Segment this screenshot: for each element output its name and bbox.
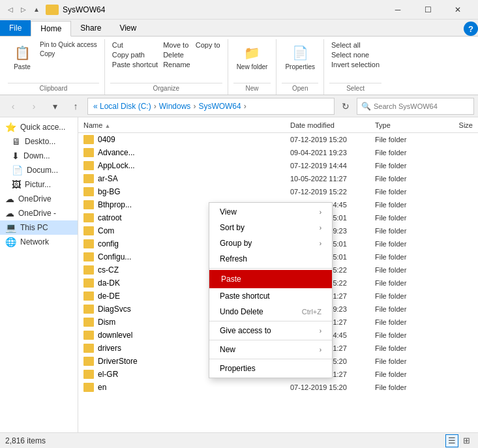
- file-type: File folder: [375, 162, 434, 170]
- file-name: ar-SA: [98, 174, 290, 183]
- ctx-item-new[interactable]: New ›: [209, 342, 332, 357]
- ctx-arrow-view: ›: [320, 209, 321, 216]
- col-header-size[interactable]: Size: [434, 121, 473, 129]
- sidebar-item-network[interactable]: 🌐 Network: [0, 235, 78, 249]
- table-row[interactable]: ar-SA 10-05-2022 11:27 File folder: [78, 172, 478, 185]
- paste-shortcut-button[interactable]: Paste shortcut: [110, 60, 160, 69]
- cut-button[interactable]: Cut: [110, 40, 160, 50]
- open-content: 📄 Properties: [282, 40, 318, 82]
- ribbon-group-clipboard: 📋 Paste Pin to Quick access Copy Clipboa…: [3, 39, 105, 95]
- select-content: Select all Select none Invert selection: [329, 40, 381, 82]
- ctx-item-undo-delete[interactable]: Undo Delete Ctrl+Z: [209, 304, 332, 320]
- rename-button[interactable]: Rename: [161, 60, 192, 69]
- minimize-button[interactable]: ─: [383, 0, 413, 20]
- properties-button[interactable]: 📄 Properties: [282, 40, 318, 72]
- file-name: AppLock...: [98, 161, 290, 170]
- sidebar-item-thispc[interactable]: 💻 This PC: [0, 220, 78, 235]
- copy-path-label: Copy path: [112, 51, 145, 59]
- back-button[interactable]: ‹: [4, 97, 22, 115]
- ctx-item-group[interactable]: Group by ›: [209, 235, 332, 251]
- sidebar-item-desktop[interactable]: 🖥 Deskto...: [0, 134, 78, 149]
- pin-button[interactable]: Pin to Quick access: [38, 40, 99, 49]
- search-box[interactable]: 🔍: [357, 98, 474, 115]
- view-tiles-button[interactable]: ⊞: [460, 434, 473, 447]
- folder-icon: [83, 239, 94, 248]
- new-folder-button[interactable]: 📁 New folder: [233, 40, 271, 72]
- tab-share[interactable]: Share: [71, 20, 110, 36]
- ribbon-group-organize: Cut Copy path Paste shortcut Move to Del…: [105, 39, 228, 95]
- select-col: Select all Select none Invert selection: [329, 40, 381, 69]
- delete-label: Delete: [163, 51, 184, 59]
- downloads-icon: ⬇: [12, 151, 20, 161]
- file-type: File folder: [375, 149, 434, 157]
- address-path[interactable]: « Local Disk (C:) › Windows › SysWOW64 ›: [87, 98, 335, 115]
- file-type: File folder: [375, 253, 434, 261]
- ctx-item-give-access[interactable]: Give access to ›: [209, 323, 332, 338]
- documents-icon: 📄: [12, 165, 23, 175]
- ctx-item-sort[interactable]: Sort by ›: [209, 220, 332, 235]
- col-header-date[interactable]: Date modified: [290, 121, 375, 129]
- sidebar-label-onedrive: OneDrive: [18, 194, 52, 203]
- folder-icon: [83, 265, 94, 275]
- ctx-item-paste-shortcut[interactable]: Paste shortcut: [209, 288, 332, 304]
- file-name: bg-BG: [98, 187, 290, 196]
- maximize-button[interactable]: ☐: [413, 0, 443, 20]
- copy-to-button[interactable]: Copy to: [194, 40, 222, 50]
- paste-button[interactable]: 📋 Paste: [8, 40, 37, 72]
- sidebar-label-network: Network: [20, 237, 49, 246]
- table-row[interactable]: en 07-12-2019 15:20 File folder: [78, 381, 478, 394]
- tab-home[interactable]: Home: [31, 21, 71, 37]
- folder-icon: [46, 5, 59, 15]
- table-row[interactable]: AppLock... 07-12-2019 14:44 File folder: [78, 159, 478, 172]
- search-input[interactable]: [374, 102, 470, 110]
- file-type: File folder: [375, 175, 434, 183]
- file-date: 10-05-2022 11:27: [290, 175, 375, 183]
- folder-icon: [83, 357, 94, 366]
- recent-button[interactable]: ▾: [46, 97, 64, 115]
- sidebar-label-documents: Docum...: [27, 166, 58, 175]
- sidebar-item-documents[interactable]: 📄 Docum...: [0, 163, 78, 177]
- sidebar-item-pictures[interactable]: 🖼 Pictur...: [0, 177, 78, 192]
- select-all-button[interactable]: Select all: [329, 40, 381, 50]
- col-header-name[interactable]: Name ▲: [83, 121, 290, 129]
- copy-to-label: Copy to: [196, 41, 220, 49]
- invert-selection-button[interactable]: Invert selection: [329, 60, 381, 69]
- ctx-item-refresh[interactable]: Refresh: [209, 251, 332, 267]
- table-row[interactable]: Advance... 09-04-2021 19:23 File folder: [78, 146, 478, 159]
- table-row[interactable]: 0409 07-12-2019 15:20 File folder: [78, 133, 478, 146]
- tab-file[interactable]: File: [0, 20, 31, 36]
- network-icon: 🌐: [5, 237, 16, 247]
- folder-icon: [83, 370, 94, 379]
- title-bar: ◁ ▷ ▲ SysWOW64 ─ ☐ ✕: [0, 0, 478, 20]
- delete-button[interactable]: Delete: [161, 50, 192, 59]
- copy-label: Copy: [40, 50, 55, 57]
- refresh-button[interactable]: ↻: [337, 98, 354, 115]
- ctx-item-properties[interactable]: Properties: [209, 361, 332, 376]
- sidebar-label-quick-access: Quick acce...: [20, 123, 65, 132]
- ctx-item-view[interactable]: View ›: [209, 204, 332, 220]
- select-none-button[interactable]: Select none: [329, 50, 381, 59]
- col-header-type[interactable]: Type: [375, 121, 434, 129]
- organize-col: Cut Copy path Paste shortcut: [110, 40, 160, 69]
- tab-view[interactable]: View: [110, 20, 145, 36]
- sidebar-label-downloads: Down...: [23, 151, 50, 160]
- view-details-button[interactable]: ☰: [445, 434, 458, 447]
- organize-label: Organize: [110, 83, 222, 92]
- back-arrow-icon: ◁: [5, 5, 16, 15]
- help-button[interactable]: ?: [464, 22, 478, 36]
- copy-button[interactable]: Copy: [38, 50, 99, 58]
- sidebar-item-onedrive2[interactable]: ☁ OneDrive -: [0, 206, 78, 220]
- table-row[interactable]: bg-BG 07-12-2019 15:22 File folder: [78, 185, 478, 198]
- sidebar-item-quick-access[interactable]: ⭐ Quick acce...: [0, 120, 78, 134]
- forward-button[interactable]: ›: [25, 97, 43, 115]
- up-button[interactable]: ↑: [67, 97, 85, 115]
- ctx-item-paste[interactable]: Paste: [209, 270, 332, 288]
- copy-path-button[interactable]: Copy path: [110, 50, 160, 59]
- status-bar: 2,816 items ☰ ⊞: [0, 432, 478, 448]
- sidebar-item-onedrive[interactable]: ☁ OneDrive: [0, 192, 78, 206]
- move-to-button[interactable]: Move to: [161, 40, 192, 50]
- ribbon: 📋 Paste Pin to Quick access Copy Clipboa…: [0, 37, 478, 95]
- close-button[interactable]: ✕: [443, 0, 473, 20]
- paste-label: Paste: [14, 63, 31, 70]
- sidebar-item-downloads[interactable]: ⬇ Down...: [0, 149, 78, 163]
